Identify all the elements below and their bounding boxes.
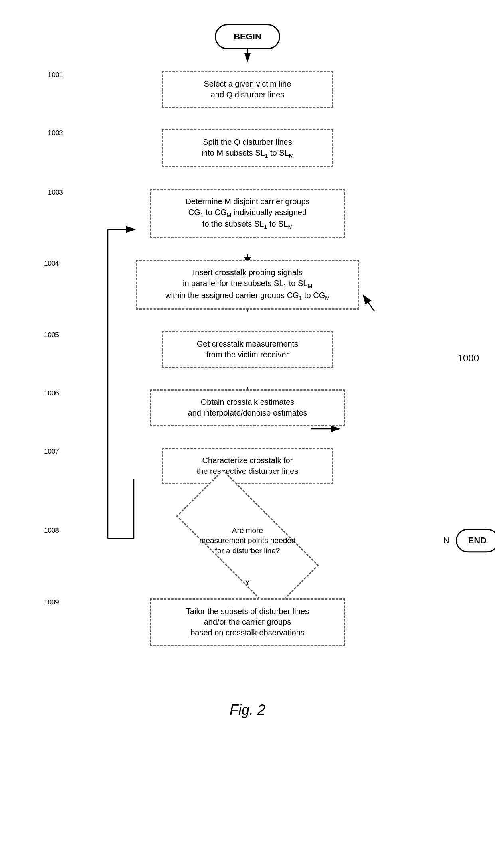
step-label-1007: 1007 — [44, 448, 59, 456]
step-1002-box: Split the Q disturber linesinto M subset… — [162, 129, 333, 167]
step-1005: 1005 Get crosstalk measurementsfrom the … — [76, 331, 419, 368]
flowchart-container: BEGIN 1001 Select a given victim lineand… — [76, 16, 419, 686]
step-1003-box: Determine M disjoint carrier groupsCG1 t… — [150, 189, 345, 239]
end-label: END — [456, 529, 495, 552]
step-label-1009: 1009 — [44, 598, 59, 606]
step-1002-text: Split the Q disturber linesinto M subset… — [202, 137, 294, 160]
step-1004-text: Insert crosstalk probing signalsin paral… — [165, 267, 330, 302]
begin-node: BEGIN — [76, 24, 419, 49]
step-label-1002: 1002 — [48, 129, 63, 137]
step-1004: 1004 Insert crosstalk probing signalsin … — [76, 260, 419, 310]
step-1009-box: Tailor the subsets of disturber linesand… — [150, 598, 345, 646]
step-1008-diamond: Are moremeasurement points neededfor a d… — [172, 507, 323, 574]
step-1006-box: Obtain crosstalk estimatesand interpolat… — [150, 389, 345, 426]
step-1005-text: Get crosstalk measurementsfrom the victi… — [197, 339, 299, 360]
step-label-1006: 1006 — [44, 389, 59, 397]
step-label-1004: 1004 — [44, 260, 59, 268]
step-1006-text: Obtain crosstalk estimatesand interpolat… — [188, 397, 307, 418]
step-1007-box: Characterize crosstalk forthe respective… — [162, 448, 333, 484]
step-1007: 1007 Characterize crosstalk forthe respe… — [76, 448, 419, 484]
step-1002: 1002 Split the Q disturber linesinto M s… — [76, 129, 419, 167]
n-label: N — [444, 536, 449, 545]
step-1005-box: Get crosstalk measurementsfrom the victi… — [162, 331, 333, 368]
branch-n-group: N END — [444, 529, 495, 552]
step-1001-box: Select a given victim lineand Q disturbe… — [162, 71, 333, 108]
step-label-1008: 1008 — [44, 527, 59, 535]
ref-1000: 1000 — [458, 335, 479, 364]
step-1006: 1006 Obtain crosstalk estimatesand inter… — [76, 389, 419, 426]
step-label-1001: 1001 — [48, 71, 63, 79]
step-1007-text: Characterize crosstalk forthe respective… — [197, 455, 299, 477]
step-1001: 1001 Select a given victim lineand Q dis… — [76, 71, 419, 108]
step-1003-text: Determine M disjoint carrier groupsCG1 t… — [185, 196, 309, 231]
step-1009-text: Tailor the subsets of disturber linesand… — [186, 606, 309, 638]
step-1008: 1008 Are moremeasurement points neededfo… — [76, 507, 419, 574]
y-label: Y — [245, 578, 250, 587]
step-1009: 1009 Tailor the subsets of disturber lin… — [76, 598, 419, 646]
ref-number: 1000 — [458, 353, 479, 364]
step-label-1003: 1003 — [48, 189, 63, 197]
step-label-1005: 1005 — [44, 331, 59, 339]
step-1003: 1003 Determine M disjoint carrier groups… — [76, 189, 419, 239]
begin-label: BEGIN — [215, 24, 280, 49]
step-1004-box: Insert crosstalk probing signalsin paral… — [136, 260, 359, 310]
step-1008-text: Are moremeasurement points neededfor a d… — [188, 525, 308, 556]
figure-label: Fig. 2 — [230, 702, 265, 718]
step-1001-text: Select a given victim lineand Q disturbe… — [204, 79, 291, 100]
